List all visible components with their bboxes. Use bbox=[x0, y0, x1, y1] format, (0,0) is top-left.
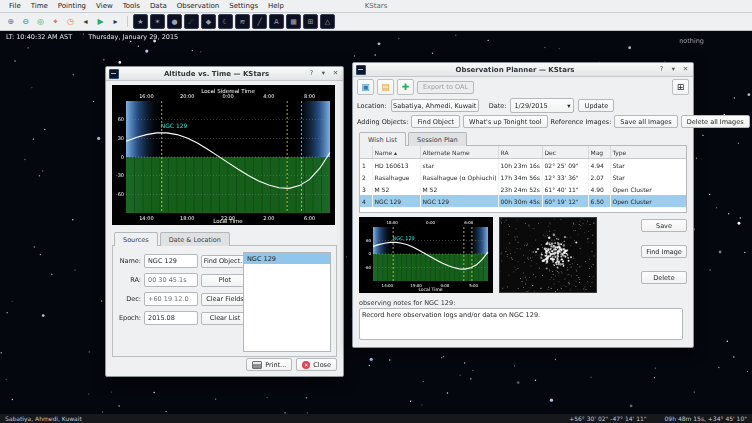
clear-list-button[interactable]: Clear List bbox=[201, 312, 249, 325]
adding-objects-label: Adding Objects: bbox=[357, 118, 408, 126]
observing-notes-input[interactable]: Record here observation logs and/or data… bbox=[359, 308, 683, 340]
show-moon-icon[interactable]: ☾ bbox=[218, 14, 233, 29]
table-row[interactable]: 3M 52M 5223h 24m 52s61° 40' 11"4.90Open … bbox=[360, 183, 686, 195]
show-equatorial-grid-icon[interactable]: ⊞ bbox=[303, 14, 318, 29]
list-item[interactable]: NGC 129 bbox=[244, 253, 330, 264]
object-list[interactable]: NGC 129 bbox=[243, 252, 331, 352]
field-input[interactable]: NGC 129 bbox=[144, 254, 198, 268]
update-button[interactable]: Update bbox=[578, 99, 614, 112]
show-comets-icon[interactable]: ☄ bbox=[184, 14, 199, 29]
show-constellation-lines-icon[interactable]: ╱ bbox=[252, 14, 267, 29]
observation-table: Name ▴Alternate NameRADecMagType1HD 1606… bbox=[360, 146, 687, 207]
field-input[interactable]: 2015.08 bbox=[144, 311, 198, 325]
show-horizon-icon[interactable]: △ bbox=[320, 14, 335, 29]
menu-tools[interactable]: Tools bbox=[118, 2, 145, 10]
shade-button[interactable]: ▾ bbox=[319, 69, 328, 78]
save-plan-icon[interactable]: ▣ bbox=[357, 79, 374, 95]
show-stars-icon[interactable]: ★ bbox=[133, 14, 148, 29]
new-plan-icon[interactable]: ✚ bbox=[397, 79, 414, 95]
shade-button[interactable]: ▾ bbox=[669, 65, 678, 74]
menu-time[interactable]: Time bbox=[26, 2, 53, 10]
svg-text:0:00: 0:00 bbox=[426, 220, 435, 225]
date-value: 1/29/2015 bbox=[514, 102, 547, 110]
time-run-icon[interactable]: ▶ bbox=[94, 15, 107, 28]
column-header[interactable]: Alternate Name bbox=[420, 146, 498, 159]
find-object-icon[interactable]: ⌖ bbox=[49, 15, 62, 28]
focus-infobox[interactable]: nothing bbox=[679, 37, 704, 45]
menu-view[interactable]: View bbox=[91, 2, 118, 10]
column-header[interactable]: RA bbox=[498, 146, 542, 159]
menu-observation[interactable]: Observation bbox=[172, 2, 225, 10]
close-button[interactable]: ✕ bbox=[331, 69, 340, 78]
export-to-oal-button[interactable]: Export to OAL bbox=[417, 81, 474, 94]
set-time-icon[interactable]: ◷ bbox=[64, 15, 77, 28]
location-value: Sabatiya, Ahmedi, Kuwait bbox=[393, 102, 476, 110]
tab-sources[interactable]: Sources bbox=[114, 232, 158, 246]
wish-list-table[interactable]: Name ▴Alternate NameRADecMagType1HD 1606… bbox=[359, 145, 687, 213]
menu-help[interactable]: Help bbox=[263, 2, 289, 10]
whats-up-tonight-button[interactable]: What's up Tonight tool bbox=[463, 115, 548, 128]
field-input[interactable]: 00 30 45.1s bbox=[144, 273, 198, 287]
date-text: Thursday, January 29, 2015 bbox=[88, 33, 178, 41]
column-header[interactable] bbox=[360, 146, 372, 159]
column-header[interactable]: Name ▴ bbox=[372, 146, 420, 159]
date-combo[interactable]: 1/29/2015 ▾ bbox=[510, 98, 574, 113]
table-row[interactable]: 1HD 160613star10h 23m 16s02° 25' 09"4.94… bbox=[360, 159, 686, 172]
plot-button[interactable]: Plot bbox=[201, 274, 249, 287]
save-all-images-button[interactable]: Save all Images bbox=[614, 115, 677, 128]
planner-titlebar[interactable]: Observation Planner — KStars ?▾✕ bbox=[353, 63, 693, 77]
column-header[interactable]: Dec bbox=[542, 146, 588, 159]
delete-button[interactable]: Delete bbox=[641, 271, 687, 284]
tab-wish-list[interactable]: Wish List bbox=[359, 132, 406, 146]
menu-file[interactable]: File bbox=[4, 2, 26, 10]
find-object-button[interactable]: Find Object... bbox=[201, 255, 249, 268]
clear-fields-button[interactable]: Clear Fields bbox=[201, 293, 249, 306]
svg-text:Local Time: Local Time bbox=[418, 287, 442, 292]
table-row[interactable]: 2RasalhagueRasalhague (α Ophiuchi)17h 34… bbox=[360, 171, 686, 183]
help-button[interactable]: ? bbox=[657, 65, 666, 74]
svg-text:Local Sidereal Time: Local Sidereal Time bbox=[201, 88, 255, 94]
column-header[interactable]: Mag bbox=[588, 146, 610, 159]
time-step-forward-icon[interactable]: ▸ bbox=[109, 15, 122, 28]
show-planets-icon[interactable]: ● bbox=[167, 14, 182, 29]
svg-text:NGC 129: NGC 129 bbox=[161, 122, 188, 129]
find-image-button[interactable]: Find Image bbox=[641, 245, 687, 258]
show-constellation-names-icon[interactable]: A bbox=[269, 14, 284, 29]
show-boundaries-icon[interactable]: ▦ bbox=[286, 14, 301, 29]
image-grid-button[interactable]: ⊞ bbox=[672, 79, 689, 95]
delete-all-images-button[interactable]: Delete all Images bbox=[681, 115, 750, 128]
table-cell: Rasalhague bbox=[372, 171, 420, 183]
table-cell: Star bbox=[610, 171, 686, 183]
find-object-button[interactable]: Find Object bbox=[411, 115, 460, 128]
tab-session-plan[interactable]: Session Plan bbox=[408, 132, 467, 146]
print-button[interactable]: Print... bbox=[246, 358, 292, 371]
time-step-back-icon[interactable]: ◂ bbox=[79, 15, 92, 28]
zoom-in-icon[interactable]: ⊕ bbox=[4, 15, 17, 28]
table-cell: 10h 23m 16s bbox=[498, 159, 542, 172]
altitude-dialog-titlebar[interactable]: Altitude vs. Time — KStars ?▾✕ bbox=[106, 67, 343, 81]
close-button[interactable]: ✕ Close bbox=[296, 358, 337, 371]
help-button[interactable]: ? bbox=[307, 69, 316, 78]
show-milkyway-icon[interactable]: ≋ bbox=[235, 14, 250, 29]
show-deepsky-icon[interactable]: ✶ bbox=[150, 14, 165, 29]
location-button[interactable]: Sabatiya, Ahmedi, Kuwait bbox=[391, 99, 479, 112]
column-header[interactable]: Type bbox=[610, 146, 686, 159]
show-asteroids-icon[interactable]: ◆ bbox=[201, 14, 216, 29]
close-button[interactable]: ✕ bbox=[681, 65, 690, 74]
menu-data[interactable]: Data bbox=[145, 2, 172, 10]
open-plan-icon[interactable]: ▤ bbox=[377, 79, 394, 95]
find-object-label: Find Object bbox=[417, 118, 454, 126]
menu-settings[interactable]: Settings bbox=[224, 2, 263, 10]
table-row[interactable]: 4NGC 129NGC 12900h 30m 45s60° 19' 12"6.5… bbox=[360, 195, 686, 207]
zoom-out-icon[interactable]: ⊖ bbox=[19, 15, 32, 28]
observation-planner-dialog: Observation Planner — KStars ?▾✕ ▣▤✚Expo… bbox=[352, 62, 694, 348]
field-input[interactable]: +60 19 12.0 bbox=[144, 292, 198, 306]
default-zoom-icon[interactable]: ◎ bbox=[34, 15, 47, 28]
save-button[interactable]: Save bbox=[641, 219, 687, 232]
close-button-label: Close bbox=[313, 361, 331, 369]
svg-text:18:00: 18:00 bbox=[386, 220, 398, 225]
menu-pointing[interactable]: Pointing bbox=[53, 2, 91, 10]
time-infobox[interactable]: LT: 10:40:32 AM AST Thursday, January 29… bbox=[6, 33, 178, 41]
table-cell: NGC 129 bbox=[420, 195, 498, 207]
tab-date-location[interactable]: Date & Location bbox=[160, 232, 230, 246]
